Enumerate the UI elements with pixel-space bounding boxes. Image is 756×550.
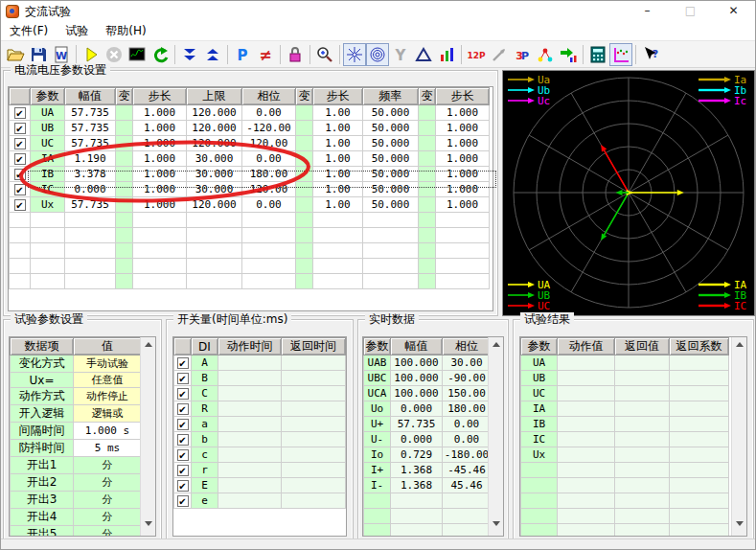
param-cell[interactable]: 50.000 [363,121,419,136]
param-cell[interactable]: 1.00 [313,121,363,136]
minimize-button[interactable]: – [626,1,669,22]
vector-rays-button[interactable] [343,43,366,66]
param-cell[interactable] [116,136,133,151]
menu-item[interactable]: 文件(F) [1,22,57,40]
help-button[interactable]: ? [639,43,662,66]
param-cell[interactable]: UC [31,136,65,151]
row-checkbox[interactable]: ✔ [174,447,192,463]
param-cell[interactable] [419,197,436,213]
row-checkbox[interactable]: ✔ [10,121,31,136]
scrollbar[interactable] [140,337,155,536]
param-cell[interactable] [296,167,313,182]
param-cell[interactable]: 1.000 [133,197,187,213]
row-checkbox[interactable]: ✔ [174,417,192,432]
param-cell[interactable]: 0.00 [242,197,296,213]
param-cell[interactable]: 120.00 [242,136,296,151]
param-cell[interactable]: 1.000 [133,105,187,121]
vector-circles-button[interactable] [366,43,389,66]
param-cell[interactable]: 1.000 [133,151,187,167]
param-cell[interactable]: 1.00 [313,151,363,167]
row-checkbox[interactable]: ✔ [174,401,192,417]
row-checkbox[interactable]: ✔ [174,355,192,371]
param-cell[interactable]: 120.000 [187,121,242,136]
param-cell[interactable]: 1.000 [133,167,187,182]
zoom-button[interactable] [313,43,336,66]
param-cell[interactable]: 0.00 [242,105,296,121]
param-cell[interactable]: 180.00 [242,167,296,182]
param-cell[interactable]: 1.00 [313,167,363,182]
row-checkbox[interactable]: ✔ [10,105,31,121]
param-cell[interactable]: 50.000 [363,167,419,182]
display-button[interactable] [126,43,149,66]
param-cell[interactable] [419,182,436,197]
param-cell[interactable]: 57.735 [65,105,116,121]
row-checkbox[interactable]: ✔ [174,463,192,478]
step-down-button[interactable] [178,43,201,66]
setting-value[interactable]: 逻辑或 [74,405,142,423]
setting-value[interactable]: 分 [74,474,142,492]
setting-value[interactable]: 1.000 s [74,423,142,440]
param-cell[interactable]: 120.00 [242,182,296,197]
param-cell[interactable]: 50.000 [363,197,419,213]
param-cell[interactable]: Ux [31,197,65,213]
param-cell[interactable] [296,105,313,121]
param-cell[interactable]: 1.00 [313,136,363,151]
save-button[interactable] [27,43,50,66]
param-cell[interactable] [419,136,436,151]
start-test-button[interactable] [80,43,103,66]
param-cell[interactable]: 0.00 [242,151,296,167]
setting-value[interactable]: 分 [74,492,142,509]
param-cell[interactable]: 50.000 [363,105,419,121]
param-cell[interactable] [116,121,133,136]
param-cell[interactable] [296,197,313,213]
scrollbar[interactable] [488,337,503,536]
param-cell[interactable]: 3.378 [65,167,116,182]
param-cell[interactable] [419,167,436,182]
row-checkbox[interactable]: ✔ [10,167,31,182]
step-up-button[interactable] [201,43,224,66]
param-cell[interactable]: 57.735 [65,121,116,136]
param-cell[interactable] [296,136,313,151]
param-cell[interactable]: 1.000 [436,121,490,136]
param-cell[interactable]: UA [31,105,65,121]
setting-value[interactable]: 分 [74,457,142,474]
param-cell[interactable] [419,121,436,136]
param-cell[interactable] [116,105,133,121]
row-checkbox[interactable]: ✔ [10,151,31,167]
reset-button[interactable] [149,43,172,66]
phase-button[interactable]: P [231,43,254,66]
sync-toggle-button[interactable]: ≠ [254,43,277,66]
row-checkbox[interactable]: ✔ [10,197,31,213]
param-cell[interactable] [296,121,313,136]
setting-value[interactable]: 任意值 [74,373,142,388]
param-cell[interactable]: 120.000 [187,136,242,151]
menu-item[interactable]: 试验 [57,22,97,40]
param-cell[interactable]: 50.000 [363,182,419,197]
close-button[interactable]: ✕ [712,1,755,22]
delta-connection-button[interactable] [412,43,435,66]
param-cell[interactable] [419,151,436,167]
row-checkbox[interactable]: ✔ [10,136,31,151]
param-cell[interactable]: 1.000 [133,182,187,197]
param-cell[interactable]: 0.000 [65,182,116,197]
twelve-phase-button[interactable]: 12P [465,43,488,66]
setting-value[interactable]: 5 ms [74,440,142,457]
harmonics-button[interactable] [435,43,458,66]
param-cell[interactable]: 120.000 [187,197,242,213]
param-cell[interactable]: 1.000 [436,167,490,182]
param-cell[interactable]: UB [31,121,65,136]
node-diagram-button[interactable] [534,43,557,66]
row-checkbox[interactable]: ✔ [174,432,192,447]
param-cell[interactable]: 57.735 [65,136,116,151]
param-cell[interactable]: 1.000 [133,121,187,136]
setting-value[interactable]: 分 [74,526,142,538]
param-cell[interactable]: 1.000 [436,151,490,167]
export-word-button[interactable]: W [50,43,73,66]
param-cell[interactable]: 1.000 [436,105,490,121]
row-checkbox[interactable]: ✔ [174,478,192,493]
param-cell[interactable]: 1.00 [313,182,363,197]
param-cell[interactable]: 30.000 [187,182,242,197]
waveform-button[interactable] [609,43,632,66]
param-cell[interactable] [116,167,133,182]
open-file-button[interactable] [4,43,27,66]
